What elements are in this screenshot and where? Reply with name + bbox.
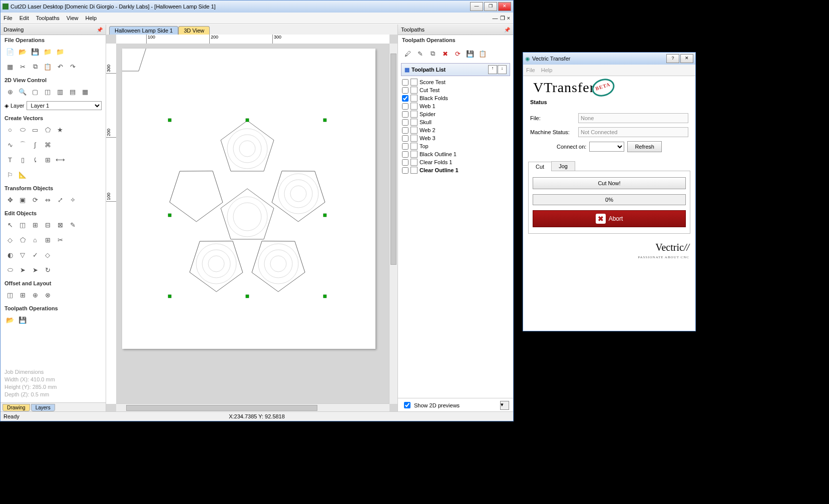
spiral-icon[interactable]: ⌘ xyxy=(42,139,53,150)
titlebar[interactable]: Cut2D Laser Desktop [Domenic Di Giorgio … xyxy=(1,1,513,13)
toolpath-item[interactable]: Cut Test xyxy=(401,86,510,94)
array-icon[interactable]: ⊞ xyxy=(17,289,28,300)
e3-icon[interactable]: ◇ xyxy=(5,234,16,245)
e11-icon[interactable]: ◇ xyxy=(42,249,53,260)
paste-icon[interactable]: 📋 xyxy=(42,61,53,72)
view-c-icon[interactable]: ▦ xyxy=(80,86,91,97)
tp-save-icon[interactable]: 💾 xyxy=(17,314,28,325)
vt-menu-help[interactable]: Help xyxy=(541,67,553,73)
toolpath-item[interactable]: Web 3 xyxy=(401,134,510,142)
e2-icon[interactable]: ✎ xyxy=(67,219,78,230)
toolpath-checkbox[interactable] xyxy=(402,167,408,174)
move-down-button[interactable]: ↓ xyxy=(498,65,507,74)
offset-icon[interactable]: ◫ xyxy=(5,289,16,300)
toolpath-checkbox[interactable] xyxy=(402,151,408,158)
trace-icon[interactable]: ⊞ xyxy=(42,154,53,165)
toolpath-item[interactable]: Web 2 xyxy=(401,126,510,134)
redo-icon[interactable]: ↷ xyxy=(67,61,78,72)
e1-icon[interactable]: ⊠ xyxy=(55,219,66,230)
e9-icon[interactable]: ▽ xyxy=(17,249,28,260)
group-icon[interactable]: ⊞ xyxy=(30,219,41,230)
tab-drawing[interactable]: Drawing xyxy=(3,404,30,411)
import-icon[interactable]: 📁 xyxy=(42,46,53,57)
tp-recalc-icon[interactable]: ⟳ xyxy=(452,48,463,59)
e12-icon[interactable]: ⬭ xyxy=(5,264,16,275)
toolpath-item[interactable]: Web 1 xyxy=(401,102,510,110)
e5-icon[interactable]: ⌂ xyxy=(30,234,41,245)
maximize-button[interactable]: ❐ xyxy=(484,2,497,11)
vt-port-select[interactable] xyxy=(589,142,624,152)
curve-icon[interactable]: ∫ xyxy=(30,139,41,150)
polygon-icon[interactable]: ⬠ xyxy=(42,124,53,135)
menu-file[interactable]: File xyxy=(4,15,13,21)
tp-save-icon[interactable]: 💾 xyxy=(465,48,476,59)
tp-open-icon[interactable]: 📂 xyxy=(5,314,16,325)
tp-delete-icon[interactable]: ✖ xyxy=(440,48,451,59)
toolpath-checkbox[interactable] xyxy=(402,103,408,110)
toolpath-item[interactable]: Spider xyxy=(401,110,510,118)
menu-view[interactable]: View xyxy=(67,15,79,21)
rect-icon[interactable]: ▭ xyxy=(30,124,41,135)
vt-refresh-button[interactable]: Refresh xyxy=(627,141,662,152)
e13-icon[interactable]: ➤ xyxy=(17,264,28,275)
open-file-icon[interactable]: 📂 xyxy=(17,46,28,57)
toolpath-checkbox[interactable] xyxy=(402,127,408,134)
text-icon[interactable]: T xyxy=(5,154,16,165)
tab-3d-view[interactable]: 3D View xyxy=(178,26,210,35)
move-icon[interactable]: ✥ xyxy=(5,194,16,205)
circ-array-icon[interactable]: ⊕ xyxy=(30,289,41,300)
text-block-icon[interactable]: ▯ xyxy=(17,154,28,165)
scale-icon[interactable]: ⤢ xyxy=(55,194,66,205)
toolpath-item[interactable]: Top xyxy=(401,142,510,150)
distort-icon[interactable]: ✧ xyxy=(67,194,78,205)
canvas[interactable] xyxy=(116,44,389,404)
layer-select[interactable]: Layer 1 xyxy=(27,101,102,110)
zoom-sel-icon[interactable]: ▢ xyxy=(30,86,41,97)
rotate-icon[interactable]: ⟳ xyxy=(30,194,41,205)
e7-icon[interactable]: ✂ xyxy=(55,234,66,245)
new-file-icon[interactable]: 📄 xyxy=(5,46,16,57)
e10-icon[interactable]: ✓ xyxy=(30,249,41,260)
scrollbar-vertical[interactable] xyxy=(389,44,397,404)
polyline-icon[interactable]: ∿ xyxy=(5,139,16,150)
mdi-close[interactable]: × xyxy=(507,15,510,22)
toolpath-item[interactable]: Clear Folds 1 xyxy=(401,158,510,166)
vt-menu-file[interactable]: File xyxy=(526,67,535,73)
e8-icon[interactable]: ◐ xyxy=(5,249,16,260)
menu-help[interactable]: Help xyxy=(85,15,97,21)
tp-edit-icon[interactable]: ✎ xyxy=(414,48,426,59)
ungroup-icon[interactable]: ⊟ xyxy=(42,219,53,230)
circle-icon[interactable]: ○ xyxy=(5,124,16,135)
toolpath-checkbox[interactable] xyxy=(402,87,408,94)
zoom-win-icon[interactable]: ◫ xyxy=(42,86,53,97)
scrollbar-horizontal[interactable] xyxy=(116,403,389,412)
toolpath-checkbox[interactable] xyxy=(402,111,408,118)
toolpath-checkbox[interactable] xyxy=(402,159,408,166)
list-options-button[interactable]: ▾ xyxy=(500,401,509,410)
view-b-icon[interactable]: ▤ xyxy=(67,86,78,97)
toolpath-item[interactable]: Black Folds xyxy=(401,94,510,102)
zoom-fit-icon[interactable]: ⊕ xyxy=(5,86,16,97)
toolpath-item[interactable]: Score Test xyxy=(401,78,510,86)
vt-help-button[interactable]: ? xyxy=(666,54,679,63)
save-file-icon[interactable]: 💾 xyxy=(30,46,41,57)
toolpath-item[interactable]: Skull xyxy=(401,118,510,126)
arc-icon[interactable]: ⌒ xyxy=(17,139,28,150)
tab-layers[interactable]: Layers xyxy=(31,404,55,411)
measure-icon[interactable]: 📐 xyxy=(17,169,28,180)
vt-abort-button[interactable]: ✖ Abort xyxy=(533,210,686,227)
tp-copy-icon[interactable]: ⧉ xyxy=(427,48,438,59)
dim-icon[interactable]: ⟷ xyxy=(55,154,66,165)
star-icon[interactable]: ★ xyxy=(55,124,66,135)
ellipse-icon[interactable]: ⬭ xyxy=(17,124,28,135)
flag-icon[interactable]: ⚐ xyxy=(5,169,16,180)
toolpath-checkbox[interactable] xyxy=(402,119,408,126)
menu-edit[interactable]: Edit xyxy=(20,15,29,21)
toolpath-item[interactable]: Black Outline 1 xyxy=(401,150,510,158)
move-up-button[interactable]: ↑ xyxy=(488,65,497,74)
menu-toolpaths[interactable]: Toolpaths xyxy=(36,15,60,21)
e15-icon[interactable]: ↻ xyxy=(42,264,53,275)
pin-icon[interactable]: 📌 xyxy=(504,27,510,33)
e14-icon[interactable]: ➤ xyxy=(30,264,41,275)
pin-icon[interactable]: 📌 xyxy=(97,27,103,33)
